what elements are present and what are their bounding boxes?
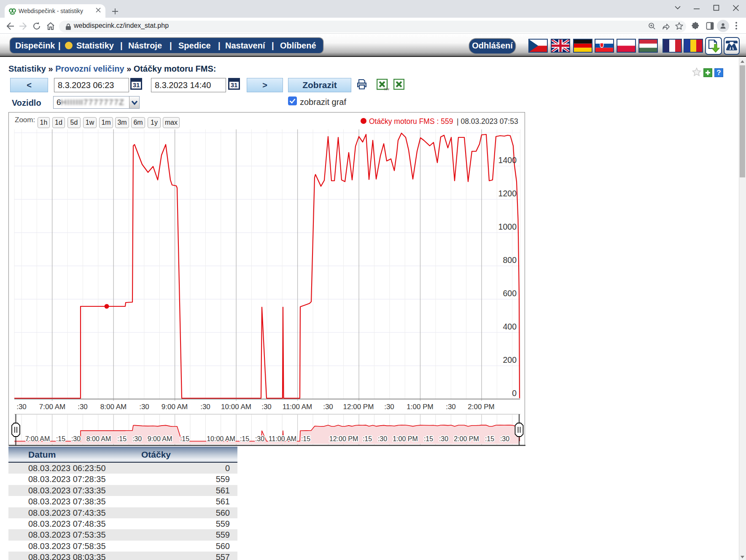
svg-text:12:00 PM: 12:00 PM bbox=[343, 403, 374, 411]
svg-text:csv: csv bbox=[384, 87, 389, 91]
svg-text:10:00 AM: 10:00 AM bbox=[207, 435, 235, 442]
svg-text:600: 600 bbox=[503, 289, 517, 298]
svg-text::30: :30 bbox=[132, 435, 142, 442]
svg-text:7:00 AM: 7:00 AM bbox=[39, 403, 65, 411]
svg-text::30: :30 bbox=[261, 403, 272, 411]
svg-text:8:00 AM: 8:00 AM bbox=[100, 403, 127, 411]
svg-text::30: :30 bbox=[16, 403, 27, 411]
svg-text::15: :15 bbox=[485, 435, 494, 442]
svg-text::30: :30 bbox=[323, 403, 333, 411]
svg-text::30: :30 bbox=[500, 435, 509, 442]
svg-text:11:00 AM: 11:00 AM bbox=[269, 435, 296, 442]
svg-text::30: :30 bbox=[384, 403, 394, 411]
svg-text::15: :15 bbox=[180, 435, 189, 442]
svg-text::30: :30 bbox=[255, 435, 264, 442]
svg-text::15: :15 bbox=[424, 435, 433, 442]
svg-text:200: 200 bbox=[503, 355, 517, 364]
svg-text:10:00 AM: 10:00 AM bbox=[221, 403, 251, 411]
svg-text::15: :15 bbox=[240, 435, 249, 442]
svg-text::15: :15 bbox=[363, 435, 372, 442]
svg-text::30: :30 bbox=[139, 403, 149, 411]
svg-text:9:00 AM: 9:00 AM bbox=[148, 435, 172, 442]
svg-text:800: 800 bbox=[503, 255, 517, 265]
svg-text:1200: 1200 bbox=[498, 189, 517, 198]
svg-text:2:00 PM: 2:00 PM bbox=[468, 403, 494, 411]
svg-text::30: :30 bbox=[446, 403, 456, 411]
svg-text::15: :15 bbox=[301, 435, 310, 442]
svg-text:1:00 PM: 1:00 PM bbox=[407, 403, 433, 411]
svg-text:1400: 1400 bbox=[498, 155, 517, 165]
svg-text::30: :30 bbox=[78, 403, 88, 411]
svg-text::30: :30 bbox=[71, 435, 81, 442]
svg-text:1000: 1000 bbox=[498, 222, 517, 231]
svg-text::30: :30 bbox=[378, 435, 387, 442]
svg-text:0: 0 bbox=[512, 389, 517, 398]
svg-text::30: :30 bbox=[439, 435, 448, 442]
svg-text::15: :15 bbox=[117, 435, 127, 442]
svg-text::30: :30 bbox=[200, 403, 210, 411]
svg-text:12:00 PM: 12:00 PM bbox=[329, 435, 358, 442]
svg-text:7:00 AM: 7:00 AM bbox=[25, 435, 50, 442]
svg-text:400: 400 bbox=[503, 322, 517, 331]
svg-text:2:00 PM: 2:00 PM bbox=[454, 435, 479, 442]
svg-text:9:00 AM: 9:00 AM bbox=[162, 403, 188, 411]
svg-text:11:00 AM: 11:00 AM bbox=[283, 403, 312, 411]
svg-text:8:00 AM: 8:00 AM bbox=[86, 435, 111, 442]
svg-text::15: :15 bbox=[56, 435, 65, 442]
svg-text:1:00 PM: 1:00 PM bbox=[393, 435, 418, 442]
